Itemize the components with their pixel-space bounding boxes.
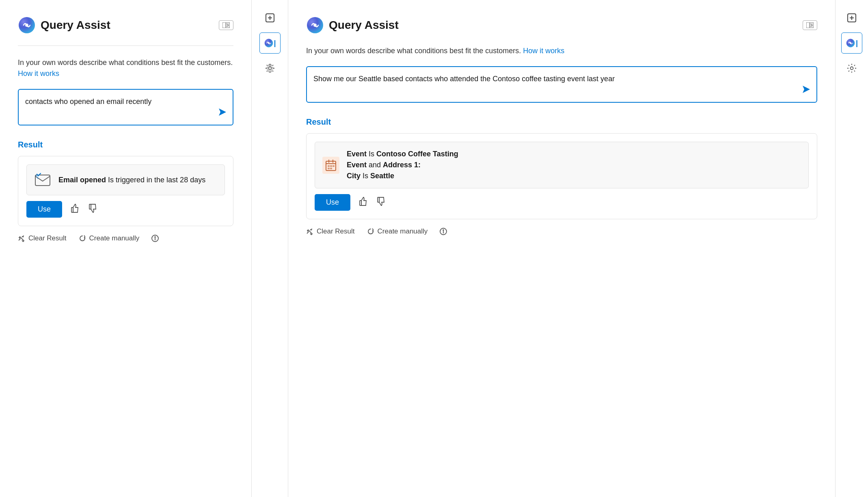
svg-rect-3 <box>226 22 230 28</box>
center-copilot-button[interactable]: | <box>259 32 281 54</box>
center-settings-button[interactable] <box>259 58 281 79</box>
svg-rect-27 <box>810 22 814 28</box>
svg-rect-37 <box>330 165 332 167</box>
email-opened-icon <box>35 173 50 187</box>
right-result-item-icon <box>322 157 339 174</box>
right-bottom-actions: Clear Result Create manually <box>306 227 817 236</box>
left-query-text[interactable]: contacts who opened an email recently <box>25 96 212 107</box>
svg-point-25 <box>313 24 317 27</box>
center-add-button[interactable] <box>259 7 281 28</box>
far-right-add-button[interactable] <box>841 7 862 28</box>
svg-rect-36 <box>328 165 330 167</box>
svg-point-17 <box>155 237 156 238</box>
right-query-text[interactable]: Show me our Seattle based contacts who a… <box>313 73 796 84</box>
svg-rect-41 <box>360 201 361 205</box>
right-create-manually-button[interactable]: Create manually <box>367 227 428 236</box>
left-description: In your own words describe what conditio… <box>18 57 233 79</box>
left-bottom-actions: Clear Result Create manually <box>18 234 233 242</box>
svg-rect-8 <box>35 175 50 186</box>
right-thumbs-up-icon <box>358 197 368 206</box>
svg-rect-38 <box>333 165 335 167</box>
left-result-label: Result <box>18 140 233 149</box>
svg-point-22 <box>268 42 270 44</box>
left-header-divider <box>18 45 233 46</box>
right-clear-result-button[interactable]: Clear Result <box>306 227 355 236</box>
right-thumbs-up-button[interactable] <box>358 197 368 209</box>
right-result-actions: Use <box>315 194 809 211</box>
far-right-settings-button[interactable] <box>841 58 862 79</box>
right-result-item: Event Is Contoso Coffee TastingEvent and… <box>315 142 809 188</box>
create-manually-icon <box>79 235 86 242</box>
far-right-copilot-icon <box>846 37 855 49</box>
left-how-it-works-link[interactable]: How it works <box>18 69 59 78</box>
svg-rect-13 <box>89 204 91 209</box>
right-query-assist-panel: Query Assist In your own words describe … <box>288 0 836 497</box>
left-thumbs-down-button[interactable] <box>88 203 98 216</box>
svg-marker-31 <box>803 86 810 93</box>
right-send-icon <box>802 85 811 94</box>
left-result-item-icon <box>34 171 51 188</box>
thumbs-up-icon <box>70 203 80 213</box>
right-thumbs-down-icon <box>376 197 386 206</box>
right-result-label: Result <box>306 117 817 127</box>
right-result-card: Event Is Contoso Coffee TastingEvent and… <box>306 133 817 219</box>
left-result-item: Email opened Is triggered in the last 28… <box>26 164 225 195</box>
send-icon <box>218 108 227 117</box>
far-right-add-icon <box>847 13 857 23</box>
thumbs-down-icon <box>88 203 98 213</box>
far-right-settings-icon <box>846 63 857 73</box>
settings-icon <box>265 63 275 73</box>
right-panel-header: Query Assist <box>306 16 817 34</box>
svg-marker-7 <box>219 108 226 116</box>
copilot-logo-icon <box>18 16 36 34</box>
left-result-card: Email opened Is triggered in the last 28… <box>18 156 233 226</box>
right-description: In your own words describe what conditio… <box>306 45 817 56</box>
info-icon <box>151 235 159 242</box>
right-result-item-text: Event Is Contoso Coffee TastingEvent and… <box>347 149 458 182</box>
left-clear-result-button[interactable]: Clear Result <box>18 234 67 242</box>
right-thumbs-down-button[interactable] <box>376 197 386 209</box>
svg-rect-40 <box>330 168 332 169</box>
svg-point-52 <box>851 67 853 70</box>
left-create-manually-button[interactable]: Create manually <box>79 234 140 242</box>
svg-rect-11 <box>71 207 73 212</box>
far-right-toolbar: | <box>836 0 868 497</box>
right-query-input-box: Show me our Seattle based contacts who a… <box>306 66 817 103</box>
right-how-it-works-link[interactable]: How it works <box>523 47 564 55</box>
left-thumbs-up-button[interactable] <box>70 203 80 216</box>
left-info-button[interactable] <box>151 235 159 242</box>
right-expand-button[interactable] <box>803 20 817 30</box>
svg-rect-39 <box>328 168 330 169</box>
left-query-input-box: contacts who opened an email recently <box>18 89 233 125</box>
event-icon <box>326 160 336 171</box>
svg-point-46 <box>443 230 444 231</box>
left-expand-button[interactable] <box>219 20 233 30</box>
expand-icon <box>222 22 230 28</box>
center-toolbar: | <box>252 0 288 497</box>
right-panel-title: Query Assist <box>329 19 399 32</box>
left-panel-header: Query Assist <box>18 16 233 34</box>
copilot-toolbar-icon <box>264 37 274 49</box>
svg-point-1 <box>25 24 28 27</box>
left-send-button[interactable] <box>218 108 227 119</box>
left-use-button[interactable]: Use <box>26 201 62 218</box>
right-copilot-logo-icon <box>306 16 324 34</box>
right-expand-icon <box>806 22 814 28</box>
right-create-manually-icon <box>367 228 374 235</box>
right-send-button[interactable] <box>802 85 811 96</box>
left-logo-title: Query Assist <box>18 16 110 34</box>
right-info-icon <box>440 228 447 235</box>
left-query-assist-panel: Query Assist In your own words describe … <box>0 0 252 497</box>
right-logo-title: Query Assist <box>306 16 399 34</box>
right-clear-result-icon <box>306 228 313 235</box>
right-info-button[interactable] <box>440 228 447 235</box>
far-right-copilot-button[interactable]: | <box>841 32 862 54</box>
svg-rect-42 <box>378 197 379 202</box>
right-use-button[interactable]: Use <box>315 194 350 211</box>
add-icon <box>265 13 275 23</box>
clear-result-icon <box>18 235 25 242</box>
left-result-item-text: Email opened Is triggered in the last 28… <box>58 175 205 186</box>
left-result-actions: Use <box>26 201 225 218</box>
svg-point-51 <box>850 42 852 44</box>
left-panel-title: Query Assist <box>41 19 110 32</box>
